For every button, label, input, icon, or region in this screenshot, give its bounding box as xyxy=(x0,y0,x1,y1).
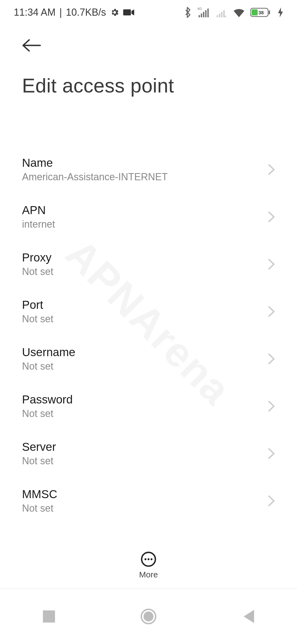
circle-icon xyxy=(141,608,156,624)
svg-rect-0 xyxy=(123,9,131,15)
svg-text:4G: 4G xyxy=(197,7,202,11)
row-label: APN xyxy=(22,204,55,217)
svg-point-16 xyxy=(145,558,147,560)
svg-rect-8 xyxy=(219,13,220,17)
row-label: Username xyxy=(22,346,75,359)
more-button[interactable]: More xyxy=(0,542,297,589)
svg-point-17 xyxy=(148,558,150,560)
row-proxy[interactable]: Proxy Not set xyxy=(0,241,297,288)
row-password[interactable]: Password Not set xyxy=(0,383,297,430)
row-server[interactable]: Server Not set xyxy=(0,430,297,477)
status-separator: | xyxy=(59,7,62,18)
row-label: Port xyxy=(22,298,53,312)
back-button[interactable] xyxy=(22,36,41,55)
svg-rect-14 xyxy=(269,10,270,14)
row-value: internet xyxy=(22,219,55,230)
nav-recents-button[interactable] xyxy=(43,610,55,623)
status-netspeed: 10.7KB/s xyxy=(66,7,106,18)
page-title: Edit access point xyxy=(22,74,275,97)
row-value: Not set xyxy=(22,455,56,467)
row-value: Not set xyxy=(22,408,73,419)
row-label: Password xyxy=(22,393,73,406)
svg-rect-7 xyxy=(217,15,218,17)
row-value: Not set xyxy=(22,313,53,325)
chevron-right-icon xyxy=(268,495,275,507)
svg-rect-9 xyxy=(221,12,222,17)
svg-rect-13 xyxy=(252,9,258,15)
row-apn[interactable]: APN internet xyxy=(0,193,297,241)
signal-nosim-icon: × xyxy=(215,7,228,18)
square-icon xyxy=(43,610,55,623)
android-navbar xyxy=(0,589,297,644)
row-label: Server xyxy=(22,440,56,454)
svg-rect-5 xyxy=(205,10,207,17)
row-value: Not set xyxy=(22,503,57,514)
svg-point-18 xyxy=(151,558,153,560)
row-label: MMSC xyxy=(22,488,57,501)
more-label: More xyxy=(139,570,158,579)
more-icon xyxy=(141,551,156,567)
chevron-right-icon xyxy=(268,400,275,412)
battery-percent: 38 xyxy=(258,10,264,15)
row-label: Name xyxy=(22,156,168,170)
row-label: Proxy xyxy=(22,251,53,264)
chevron-right-icon xyxy=(268,164,275,175)
row-label: MMS proxy xyxy=(22,535,80,537)
row-value: Not set xyxy=(22,361,75,372)
svg-rect-6 xyxy=(207,9,209,17)
nav-home-button[interactable] xyxy=(141,608,156,624)
battery-icon: 38 xyxy=(250,7,272,18)
bluetooth-icon xyxy=(184,7,191,18)
row-port[interactable]: Port Not set xyxy=(0,288,297,335)
camera-icon xyxy=(123,9,134,16)
wifi-icon xyxy=(233,7,245,17)
svg-rect-4 xyxy=(203,12,204,17)
svg-text:×: × xyxy=(224,14,227,18)
svg-point-21 xyxy=(144,612,153,621)
svg-rect-19 xyxy=(43,610,55,623)
signal-4g-icon: 4G xyxy=(197,7,210,18)
charging-icon xyxy=(278,7,283,17)
row-value: American-Assistance-INTERNET xyxy=(22,171,168,183)
chevron-right-icon xyxy=(268,211,275,223)
row-name[interactable]: Name American-Assistance-INTERNET xyxy=(0,146,297,193)
triangle-left-icon xyxy=(242,610,254,623)
gear-icon xyxy=(110,8,119,17)
chevron-right-icon xyxy=(268,448,275,459)
status-time: 11:34 AM xyxy=(14,7,56,18)
row-mmsc[interactable]: MMSC Not set xyxy=(0,477,297,525)
svg-rect-3 xyxy=(201,13,202,17)
status-bar: 11:34 AM | 10.7KB/s 4G xyxy=(0,0,297,25)
chevron-right-icon xyxy=(268,306,275,317)
nav-back-button[interactable] xyxy=(242,610,254,623)
chevron-right-icon xyxy=(268,353,275,365)
svg-rect-2 xyxy=(199,15,200,17)
row-mms-proxy[interactable]: MMS proxy Not set xyxy=(0,525,297,537)
arrow-left-icon xyxy=(22,39,41,52)
settings-list: Name American-Assistance-INTERNET APN in… xyxy=(0,146,297,537)
chevron-right-icon xyxy=(268,258,275,270)
row-value: Not set xyxy=(22,266,53,277)
row-username[interactable]: Username Not set xyxy=(0,335,297,383)
